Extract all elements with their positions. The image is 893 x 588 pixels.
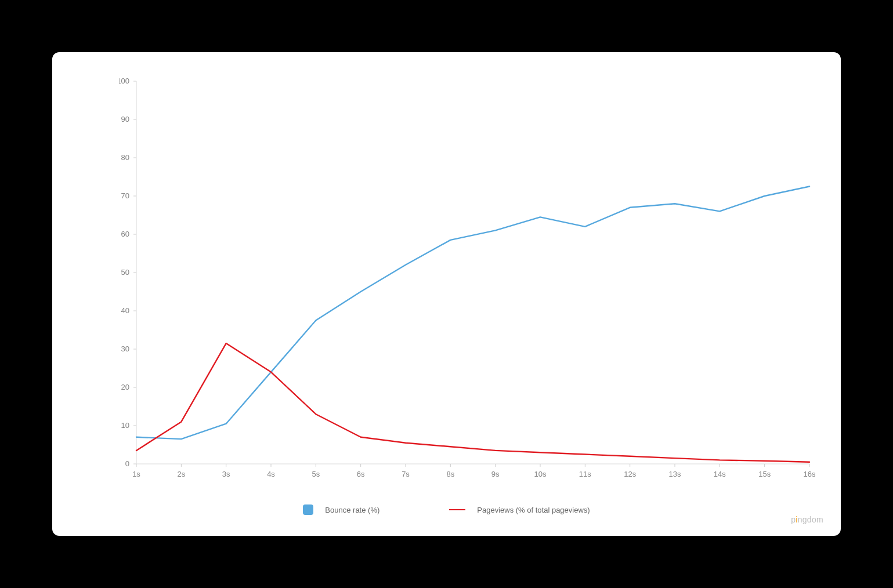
attribution: pingdom	[791, 515, 823, 524]
y-tick-label: 80	[121, 153, 129, 162]
x-tick-label: 2s	[177, 470, 185, 478]
x-tick-label: 13s	[669, 470, 681, 478]
x-tick-label: 10s	[534, 470, 547, 478]
y-tick-label: 90	[121, 115, 129, 124]
x-tick-label: 8s	[446, 470, 454, 478]
legend-label: Pageviews (% of total pageviews)	[477, 506, 590, 514]
chart-card: 01020304050607080901001s2s3s4s5s6s7s8s9s…	[52, 52, 841, 536]
x-tick-label: 6s	[357, 470, 365, 478]
series-pageviews	[136, 343, 809, 462]
x-tick-label: 16s	[804, 470, 815, 478]
x-tick-label: 4s	[267, 470, 275, 478]
x-tick-label: 12s	[624, 470, 636, 478]
x-tick-label: 7s	[402, 470, 410, 478]
x-tick-label: 1s	[132, 470, 140, 478]
y-tick-label: 0	[125, 459, 129, 468]
y-tick-label: 70	[121, 191, 129, 200]
series-bounce-rate	[136, 187, 809, 440]
chart-svg: 01020304050607080901001s2s3s4s5s6s7s8s9s…	[119, 75, 815, 481]
y-tick-label: 20	[121, 383, 129, 391]
y-tick-label: 40	[121, 306, 129, 315]
x-tick-label: 14s	[714, 470, 726, 478]
legend-swatch-red	[449, 509, 465, 510]
attribution-text: pingdom	[791, 515, 823, 524]
y-tick-label: 100	[119, 77, 129, 85]
x-tick-label: 11s	[579, 470, 591, 478]
x-tick-label: 15s	[758, 470, 771, 478]
legend: Bounce rate (%) Pageviews (% of total pa…	[52, 504, 841, 515]
x-tick-label: 5s	[312, 470, 320, 478]
y-tick-label: 10	[121, 421, 129, 430]
y-tick-label: 50	[121, 268, 129, 277]
legend-label: Bounce rate (%)	[325, 506, 379, 514]
legend-swatch-blue	[303, 504, 313, 515]
y-tick-label: 60	[121, 230, 129, 238]
y-tick-label: 30	[121, 344, 129, 353]
x-tick-label: 3s	[222, 470, 230, 478]
legend-item-pageviews: Pageviews (% of total pageviews)	[449, 506, 590, 514]
outer-frame: 01020304050607080901001s2s3s4s5s6s7s8s9s…	[46, 46, 847, 542]
x-tick-label: 9s	[491, 470, 500, 478]
line-chart: 01020304050607080901001s2s3s4s5s6s7s8s9s…	[119, 75, 815, 481]
legend-item-bounce-rate: Bounce rate (%)	[303, 504, 379, 515]
